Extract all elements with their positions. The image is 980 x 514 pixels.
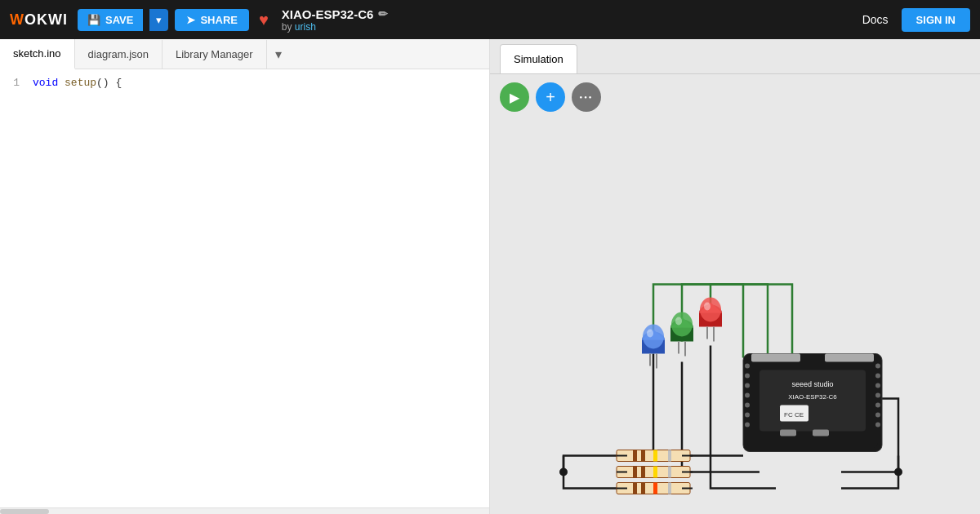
svg-point-41 xyxy=(875,364,880,369)
save-button[interactable]: 💾 SAVE xyxy=(78,9,143,31)
favorite-button[interactable]: ♥ xyxy=(256,7,272,33)
svg-point-46 xyxy=(875,413,880,418)
tab-simulation[interactable]: Simulation xyxy=(500,44,577,73)
svg-rect-14 xyxy=(653,467,657,478)
svg-point-47 xyxy=(875,423,880,428)
line-number: 1 xyxy=(0,77,33,89)
svg-text:seeed studio: seeed studio xyxy=(791,380,833,388)
editor-tabs: sketch.ino diagram.json Library Manager … xyxy=(0,39,489,69)
svg-rect-5 xyxy=(633,450,637,462)
tab-library-manager[interactable]: Library Manager xyxy=(163,40,267,69)
svg-rect-20 xyxy=(641,483,645,494)
svg-text:FC CE: FC CE xyxy=(784,411,804,419)
simulation-controls: ▶ + ●●● xyxy=(490,74,980,120)
svg-point-60 xyxy=(704,303,710,311)
editor-scrollbar[interactable] xyxy=(0,507,489,514)
svg-rect-22 xyxy=(668,483,671,494)
svg-point-0 xyxy=(559,468,568,476)
play-button[interactable]: ▶ xyxy=(500,82,529,112)
svg-rect-12 xyxy=(633,467,637,478)
project-info: XIAO-ESP32-C6 ✏ by urish xyxy=(282,7,389,33)
more-icon: ●●● xyxy=(580,95,594,100)
save-label: SAVE xyxy=(105,14,133,26)
chevron-down-icon: ▾ xyxy=(275,47,282,61)
code-editor[interactable]: 1 void setup() { xyxy=(0,69,489,507)
plus-icon: + xyxy=(546,88,555,107)
author-link[interactable]: urish xyxy=(295,21,316,33)
save-dropdown-button[interactable]: ▾ xyxy=(149,9,168,31)
svg-rect-7 xyxy=(653,450,657,462)
signin-button[interactable]: SIGN IN xyxy=(902,8,970,32)
svg-point-49 xyxy=(643,325,664,349)
save-icon: 💾 xyxy=(87,14,100,26)
more-options-button[interactable]: ●●● xyxy=(572,82,601,112)
tab-diagram-json[interactable]: diagram.json xyxy=(75,40,163,69)
add-component-button[interactable]: + xyxy=(536,82,565,112)
svg-point-55 xyxy=(675,317,682,326)
share-button[interactable]: ➤ SHARE xyxy=(175,9,249,31)
tab-more-button[interactable]: ▾ xyxy=(267,40,290,69)
code-line-1: 1 void setup() { xyxy=(0,76,489,90)
svg-point-50 xyxy=(647,330,653,338)
svg-point-34 xyxy=(745,364,750,369)
edit-icon[interactable]: ✏ xyxy=(378,7,388,20)
svg-rect-21 xyxy=(653,483,657,494)
svg-point-42 xyxy=(875,374,880,379)
simulation-panel: Simulation ▶ + ●●● xyxy=(490,39,980,514)
svg-point-38 xyxy=(745,403,750,408)
svg-point-36 xyxy=(745,383,750,388)
svg-point-40 xyxy=(745,423,750,428)
svg-point-39 xyxy=(745,413,750,418)
circuit-diagram: seeed studio XIAO-ESP32-C6 FC CE xyxy=(490,120,980,514)
project-name: XIAO-ESP32-C6 ✏ xyxy=(282,7,389,21)
svg-rect-15 xyxy=(668,467,671,478)
svg-rect-32 xyxy=(780,430,796,436)
svg-rect-8 xyxy=(668,450,671,462)
svg-point-35 xyxy=(745,374,750,379)
svg-point-54 xyxy=(671,312,693,337)
header-right: Docs SIGN IN xyxy=(862,8,970,32)
main-layout: sketch.ino diagram.json Library Manager … xyxy=(0,39,980,514)
svg-point-45 xyxy=(875,403,880,408)
share-label: SHARE xyxy=(200,14,238,26)
scrollbar-thumb xyxy=(0,509,49,514)
svg-text:XIAO-ESP32-C6: XIAO-ESP32-C6 xyxy=(788,393,837,401)
svg-rect-6 xyxy=(641,450,645,462)
svg-rect-25 xyxy=(751,354,800,362)
share-icon: ➤ xyxy=(186,14,195,26)
svg-rect-26 xyxy=(825,354,874,362)
play-icon: ▶ xyxy=(510,90,519,105)
svg-rect-13 xyxy=(641,467,645,478)
code-text: void setup() { xyxy=(33,77,122,89)
docs-link[interactable]: Docs xyxy=(862,13,889,26)
simulation-tabs: Simulation xyxy=(490,39,980,74)
svg-point-37 xyxy=(745,393,750,398)
svg-point-44 xyxy=(875,393,880,398)
chevron-down-icon: ▾ xyxy=(156,14,162,26)
svg-point-1 xyxy=(894,468,902,476)
editor-panel: sketch.ino diagram.json Library Manager … xyxy=(0,39,490,514)
tab-sketch-ino[interactable]: sketch.ino xyxy=(0,39,75,69)
svg-rect-19 xyxy=(633,483,637,494)
svg-point-43 xyxy=(875,383,880,388)
project-author: by urish xyxy=(282,21,389,33)
svg-point-59 xyxy=(700,298,721,322)
header: WOKWI 💾 SAVE ▾ ➤ SHARE ♥ XIAO-ESP32-C6 ✏… xyxy=(0,0,980,39)
heart-icon: ♥ xyxy=(259,11,269,29)
svg-rect-33 xyxy=(813,430,829,436)
circuit-area: seeed studio XIAO-ESP32-C6 FC CE xyxy=(490,120,980,514)
logo: WOKWI xyxy=(10,11,68,29)
